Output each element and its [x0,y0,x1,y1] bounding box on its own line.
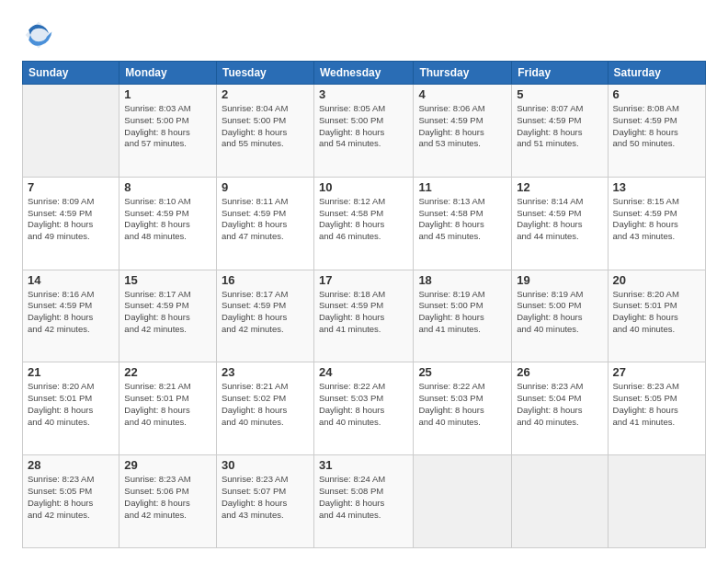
day-info: Sunrise: 8:17 AM Sunset: 4:59 PM Dayligh… [124,289,211,336]
day-number: 12 [517,180,602,194]
calendar-day-header: Thursday [414,62,512,85]
day-number: 31 [319,458,408,472]
day-info: Sunrise: 8:07 AM Sunset: 4:59 PM Dayligh… [517,103,602,150]
day-number: 27 [613,365,700,379]
day-info: Sunrise: 8:23 AM Sunset: 5:05 PM Dayligh… [613,381,700,428]
calendar-day-header: Sunday [23,62,119,85]
calendar-day-cell: 26Sunrise: 8:23 AM Sunset: 5:04 PM Dayli… [512,362,608,455]
day-info: Sunrise: 8:11 AM Sunset: 4:59 PM Dayligh… [222,196,309,243]
calendar-day-header: Monday [119,62,217,85]
calendar-day-cell: 22Sunrise: 8:21 AM Sunset: 5:01 PM Dayli… [119,362,217,455]
calendar-day-cell: 8Sunrise: 8:10 AM Sunset: 4:59 PM Daylig… [119,177,217,270]
calendar-day-cell: 25Sunrise: 8:22 AM Sunset: 5:03 PM Dayli… [414,362,512,455]
day-number: 17 [319,273,408,287]
calendar-day-cell: 17Sunrise: 8:18 AM Sunset: 4:59 PM Dayli… [313,270,413,362]
calendar-week-row: 28Sunrise: 8:23 AM Sunset: 5:05 PM Dayli… [23,455,706,548]
calendar-day-cell: 7Sunrise: 8:09 AM Sunset: 4:59 PM Daylig… [23,177,119,270]
day-info: Sunrise: 8:15 AM Sunset: 4:59 PM Dayligh… [613,196,700,243]
calendar-week-row: 14Sunrise: 8:16 AM Sunset: 4:59 PM Dayli… [23,270,706,362]
logo-icon [22,18,55,52]
calendar-week-row: 7Sunrise: 8:09 AM Sunset: 4:59 PM Daylig… [23,177,706,270]
day-number: 9 [222,180,309,194]
day-info: Sunrise: 8:20 AM Sunset: 5:01 PM Dayligh… [28,381,114,428]
calendar-day-cell: 30Sunrise: 8:23 AM Sunset: 5:07 PM Dayli… [216,455,313,548]
day-info: Sunrise: 8:05 AM Sunset: 5:00 PM Dayligh… [319,103,408,150]
day-number: 10 [319,180,408,194]
calendar-week-row: 21Sunrise: 8:20 AM Sunset: 5:01 PM Dayli… [23,362,706,455]
day-info: Sunrise: 8:12 AM Sunset: 4:58 PM Dayligh… [319,196,408,243]
calendar-day-header: Friday [512,62,608,85]
day-number: 21 [28,365,114,379]
calendar-day-cell: 13Sunrise: 8:15 AM Sunset: 4:59 PM Dayli… [608,177,705,270]
calendar-day-cell: 18Sunrise: 8:19 AM Sunset: 5:00 PM Dayli… [414,270,512,362]
calendar-day-header: Saturday [608,62,705,85]
calendar-day-cell: 29Sunrise: 8:23 AM Sunset: 5:06 PM Dayli… [119,455,217,548]
day-info: Sunrise: 8:23 AM Sunset: 5:07 PM Dayligh… [222,474,309,521]
calendar-day-cell: 23Sunrise: 8:21 AM Sunset: 5:02 PM Dayli… [216,362,313,455]
day-number: 18 [418,273,506,287]
calendar-day-cell [512,455,608,548]
day-number: 2 [222,87,309,101]
calendar-week-row: 1Sunrise: 8:03 AM Sunset: 5:00 PM Daylig… [23,85,706,178]
day-info: Sunrise: 8:19 AM Sunset: 5:00 PM Dayligh… [517,289,602,336]
day-info: Sunrise: 8:19 AM Sunset: 5:00 PM Dayligh… [418,289,506,336]
calendar-day-cell: 27Sunrise: 8:23 AM Sunset: 5:05 PM Dayli… [608,362,705,455]
day-info: Sunrise: 8:04 AM Sunset: 5:00 PM Dayligh… [222,103,309,150]
day-number: 14 [28,273,114,287]
day-number: 15 [124,273,211,287]
day-number: 6 [613,87,700,101]
day-number: 26 [517,365,602,379]
calendar-day-cell: 4Sunrise: 8:06 AM Sunset: 4:59 PM Daylig… [414,85,512,178]
day-number: 7 [28,180,114,194]
calendar-day-header: Tuesday [216,62,313,85]
day-info: Sunrise: 8:22 AM Sunset: 5:03 PM Dayligh… [319,381,408,428]
day-number: 20 [613,273,700,287]
calendar-day-cell [608,455,705,548]
calendar-day-cell: 20Sunrise: 8:20 AM Sunset: 5:01 PM Dayli… [608,270,705,362]
day-info: Sunrise: 8:16 AM Sunset: 4:59 PM Dayligh… [28,289,114,336]
logo [22,18,59,52]
day-info: Sunrise: 8:20 AM Sunset: 5:01 PM Dayligh… [613,289,700,336]
day-info: Sunrise: 8:13 AM Sunset: 4:58 PM Dayligh… [418,196,506,243]
day-number: 8 [124,180,211,194]
calendar-day-cell: 28Sunrise: 8:23 AM Sunset: 5:05 PM Dayli… [23,455,119,548]
day-number: 29 [124,458,211,472]
calendar-day-cell: 16Sunrise: 8:17 AM Sunset: 4:59 PM Dayli… [216,270,313,362]
day-number: 25 [418,365,506,379]
day-number: 30 [222,458,309,472]
day-info: Sunrise: 8:17 AM Sunset: 4:59 PM Dayligh… [222,289,309,336]
day-number: 23 [222,365,309,379]
calendar-day-cell: 19Sunrise: 8:19 AM Sunset: 5:00 PM Dayli… [512,270,608,362]
calendar-day-cell: 11Sunrise: 8:13 AM Sunset: 4:58 PM Dayli… [414,177,512,270]
calendar-day-cell: 6Sunrise: 8:08 AM Sunset: 4:59 PM Daylig… [608,85,705,178]
day-info: Sunrise: 8:06 AM Sunset: 4:59 PM Dayligh… [418,103,506,150]
day-number: 22 [124,365,211,379]
day-info: Sunrise: 8:03 AM Sunset: 5:00 PM Dayligh… [124,103,211,150]
calendar-day-cell: 21Sunrise: 8:20 AM Sunset: 5:01 PM Dayli… [23,362,119,455]
day-info: Sunrise: 8:23 AM Sunset: 5:05 PM Dayligh… [28,474,114,521]
calendar-day-cell: 12Sunrise: 8:14 AM Sunset: 4:59 PM Dayli… [512,177,608,270]
calendar-day-cell: 14Sunrise: 8:16 AM Sunset: 4:59 PM Dayli… [23,270,119,362]
calendar-day-cell: 15Sunrise: 8:17 AM Sunset: 4:59 PM Dayli… [119,270,217,362]
day-info: Sunrise: 8:24 AM Sunset: 5:08 PM Dayligh… [319,474,408,521]
calendar-day-cell: 1Sunrise: 8:03 AM Sunset: 5:00 PM Daylig… [119,85,217,178]
day-number: 11 [418,180,506,194]
day-info: Sunrise: 8:21 AM Sunset: 5:02 PM Dayligh… [222,381,309,428]
header [22,18,706,52]
day-number: 13 [613,180,700,194]
day-number: 28 [28,458,114,472]
calendar-table: SundayMondayTuesdayWednesdayThursdayFrid… [22,61,706,548]
day-number: 19 [517,273,602,287]
day-number: 24 [319,365,408,379]
calendar-day-cell: 9Sunrise: 8:11 AM Sunset: 4:59 PM Daylig… [216,177,313,270]
calendar-day-cell: 10Sunrise: 8:12 AM Sunset: 4:58 PM Dayli… [313,177,413,270]
day-info: Sunrise: 8:22 AM Sunset: 5:03 PM Dayligh… [418,381,506,428]
calendar-day-header: Wednesday [313,62,413,85]
day-info: Sunrise: 8:23 AM Sunset: 5:04 PM Dayligh… [517,381,602,428]
calendar-day-cell [414,455,512,548]
day-info: Sunrise: 8:14 AM Sunset: 4:59 PM Dayligh… [517,196,602,243]
day-number: 5 [517,87,602,101]
day-info: Sunrise: 8:21 AM Sunset: 5:01 PM Dayligh… [124,381,211,428]
page: SundayMondayTuesdayWednesdayThursdayFrid… [0,0,728,563]
day-number: 16 [222,273,309,287]
